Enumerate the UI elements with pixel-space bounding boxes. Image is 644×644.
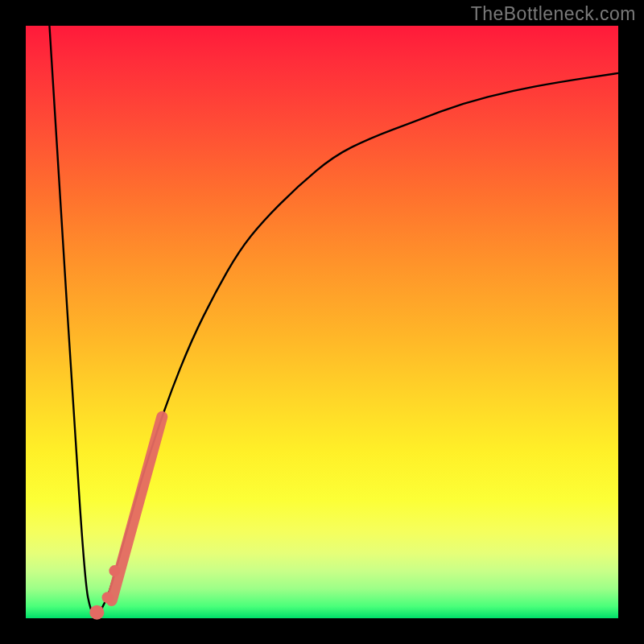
chart-frame: TheBottleneck.com (0, 0, 644, 644)
dot-c (109, 565, 120, 576)
dot-b (102, 592, 114, 603)
dot-a (89, 605, 104, 620)
plot-area (26, 26, 618, 618)
chart-svg (26, 26, 618, 618)
watermark-text: TheBottleneck.com (471, 3, 636, 25)
